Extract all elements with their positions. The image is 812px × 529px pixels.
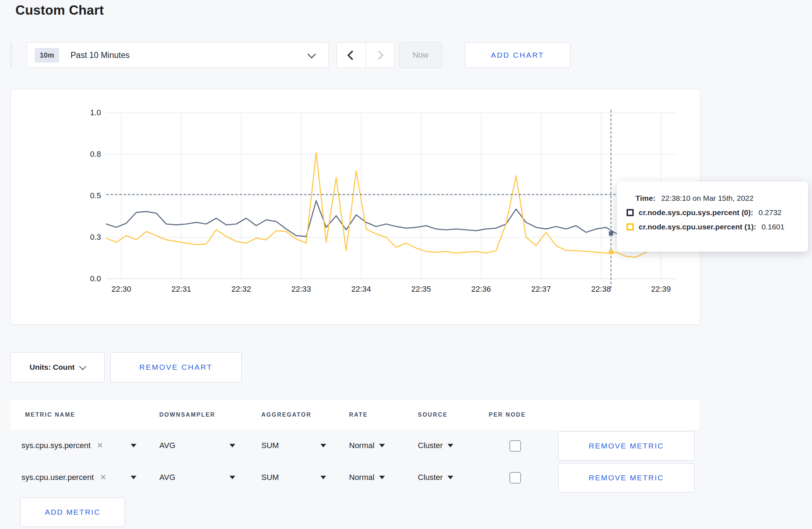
- x-axis-tick-label: 22:32: [220, 285, 263, 294]
- tooltip-time-label: Time:: [635, 194, 656, 203]
- time-range-label: Past 10 Minutes: [71, 50, 130, 60]
- metric-row: sys.cpu.sys.percent ✕ AVG SUM Normal Clu…: [10, 430, 699, 461]
- aggregator-select[interactable]: SUM: [261, 430, 279, 461]
- aggregator-select[interactable]: SUM: [261, 462, 279, 493]
- y-axis-tick-label: 0.3: [65, 233, 101, 242]
- x-axis-tick-label: 22:31: [160, 285, 203, 294]
- next-range-button[interactable]: [366, 43, 395, 68]
- remove-chart-button[interactable]: REMOVE CHART: [110, 352, 242, 382]
- x-axis-tick-label: 22:36: [460, 285, 503, 294]
- now-button[interactable]: Now: [399, 42, 442, 68]
- chevron-down-icon: [307, 50, 316, 58]
- source-select[interactable]: Cluster: [418, 462, 453, 493]
- aggregator-value: SUM: [261, 473, 279, 482]
- per-node-checkbox[interactable]: [509, 472, 521, 484]
- x-axis-tick-label: 22:37: [519, 285, 562, 294]
- metric-name-label: sys.cpu.user.percent: [21, 473, 94, 482]
- column-header-metric-name: METRIC NAME: [25, 400, 75, 430]
- time-range-badge: 10m: [35, 48, 59, 63]
- close-icon[interactable]: ✕: [100, 473, 106, 482]
- caret-down-icon[interactable]: [320, 476, 326, 479]
- caret-down-icon: [448, 476, 453, 479]
- caret-down-icon[interactable]: [131, 444, 136, 447]
- rate-select[interactable]: Normal: [349, 430, 385, 461]
- time-nav-group: [337, 42, 395, 68]
- add-metric-button[interactable]: ADD METRIC: [20, 498, 125, 527]
- chevron-down-icon: [79, 363, 87, 370]
- x-axis-tick-label: 22:33: [280, 285, 323, 294]
- remove-metric-button[interactable]: REMOVE METRIC: [558, 463, 695, 492]
- caret-down-icon: [448, 444, 453, 447]
- time-range-dropdown[interactable]: 10m Past 10 Minutes: [27, 42, 329, 68]
- metric-name-label: sys.cpu.sys.percent: [21, 441, 91, 450]
- caret-down-icon: [379, 444, 385, 447]
- x-axis-tick-label: 22:35: [400, 285, 443, 294]
- prev-range-button[interactable]: [337, 43, 366, 68]
- y-axis-tick-label: 0.5: [65, 191, 101, 200]
- x-axis-tick-label: 22:38: [580, 285, 623, 294]
- column-header-source: SOURCE: [418, 400, 448, 430]
- chart-tooltip: Time: 22:38:10 on Mar 15th, 2022 cr.node…: [617, 181, 808, 252]
- tooltip-series-value: 0.2732: [759, 208, 782, 217]
- series-user-swatch-icon: [627, 223, 634, 230]
- caret-down-icon: [379, 476, 385, 479]
- source-value: Cluster: [418, 441, 443, 450]
- chevron-left-icon: [347, 50, 357, 60]
- per-node-checkbox[interactable]: [509, 440, 521, 452]
- add-chart-button[interactable]: ADD CHART: [465, 42, 570, 68]
- metrics-table-header: METRIC NAME DOWNSAMPLER AGGREGATOR RATE …: [10, 400, 699, 430]
- units-label: Units: Count: [30, 363, 75, 372]
- downsampler-select[interactable]: AVG: [159, 462, 175, 493]
- column-header-rate: RATE: [349, 400, 368, 430]
- column-header-aggregator: AGGREGATOR: [261, 400, 311, 430]
- x-axis-tick-label: 22:39: [639, 285, 682, 294]
- column-header-per-node: PER NODE: [489, 400, 526, 430]
- tooltip-series-name: cr.node.sys.cpu.user.percent (1):: [639, 223, 756, 231]
- y-axis-tick-label: 0.8: [65, 150, 101, 159]
- page-title: Custom Chart: [15, 3, 104, 18]
- metric-name-select[interactable]: sys.cpu.sys.percent ✕: [21, 430, 103, 461]
- y-axis-tick-label: 0.0: [65, 274, 101, 283]
- downsampler-select[interactable]: AVG: [159, 430, 175, 461]
- caret-down-icon[interactable]: [229, 476, 235, 479]
- aggregator-value: SUM: [261, 441, 279, 450]
- source-select[interactable]: Cluster: [418, 430, 453, 461]
- downsampler-value: AVG: [159, 441, 175, 450]
- units-dropdown[interactable]: Units: Count: [10, 352, 105, 382]
- x-axis-tick-label: 22:34: [340, 285, 383, 294]
- column-header-downsampler: DOWNSAMPLER: [159, 400, 215, 430]
- metric-row: sys.cpu.user.percent ✕ AVG SUM Normal Cl…: [10, 462, 699, 493]
- caret-down-icon[interactable]: [131, 476, 136, 479]
- toolbar-divider: [11, 42, 11, 67]
- caret-down-icon[interactable]: [320, 444, 326, 447]
- rate-select[interactable]: Normal: [349, 462, 385, 493]
- tooltip-time-value: 22:38:10 on Mar 15th, 2022: [661, 194, 754, 203]
- metric-name-select[interactable]: sys.cpu.user.percent ✕: [21, 462, 106, 493]
- y-axis-tick-label: 1.0: [65, 108, 101, 117]
- x-axis-tick-label: 22:30: [100, 285, 143, 294]
- series-sys-swatch-icon: [627, 209, 634, 216]
- source-value: Cluster: [418, 473, 443, 482]
- rate-value: Normal: [349, 441, 374, 450]
- remove-metric-button[interactable]: REMOVE METRIC: [558, 431, 695, 461]
- tooltip-series-value: 0.1601: [762, 223, 784, 231]
- custom-chart-page: Custom Chart 10m Past 10 Minutes Now ADD…: [0, 0, 812, 529]
- caret-down-icon[interactable]: [229, 444, 235, 447]
- rate-value: Normal: [349, 473, 374, 482]
- tooltip-series-name: cr.node.sys.cpu.sys.percent (0):: [639, 208, 753, 217]
- downsampler-value: AVG: [159, 473, 175, 482]
- close-icon[interactable]: ✕: [97, 441, 103, 450]
- chevron-right-icon: [374, 50, 383, 59]
